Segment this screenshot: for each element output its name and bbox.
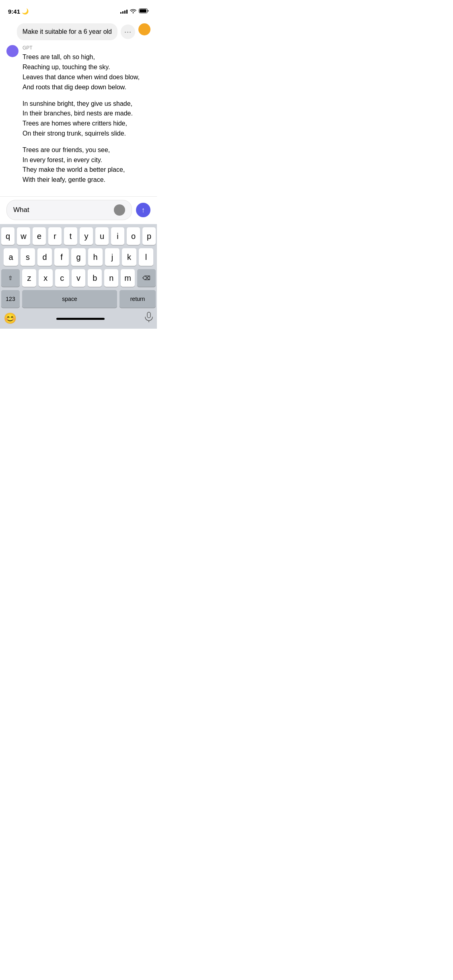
battery-icon xyxy=(139,8,149,14)
poem-line: In sunshine bright, they give us shade, xyxy=(23,99,150,109)
key-f[interactable]: f xyxy=(54,248,69,266)
poem-stanza-3: Trees are our friends, you see, In every… xyxy=(23,145,150,185)
key-v[interactable]: v xyxy=(72,269,86,287)
key-k[interactable]: k xyxy=(122,248,136,266)
gpt-label: GPT xyxy=(23,45,150,51)
key-u[interactable]: u xyxy=(95,227,109,245)
status-icons xyxy=(120,8,149,14)
shift-icon: ⇧ xyxy=(8,275,13,281)
signal-icon xyxy=(120,9,128,14)
key-m[interactable]: m xyxy=(121,269,135,287)
send-button[interactable]: ↑ xyxy=(136,203,150,217)
input-area: ↑ xyxy=(0,196,157,224)
moon-icon: 🌙 xyxy=(22,8,29,14)
user-bubble: Make it suitable for a 6 year old xyxy=(17,23,117,40)
gpt-content: GPT Trees are tall, oh so high, Reaching… xyxy=(23,45,150,185)
shift-key[interactable]: ⇧ xyxy=(1,269,20,287)
key-n[interactable]: n xyxy=(104,269,118,287)
user-message-row: Make it suitable for a 6 year old ··· xyxy=(6,23,150,40)
time-display: 9:41 xyxy=(8,8,20,15)
return-label: return xyxy=(130,296,145,302)
key-d[interactable]: d xyxy=(37,248,52,266)
svg-rect-2 xyxy=(147,312,150,318)
space-key[interactable]: space xyxy=(22,290,117,308)
key-y[interactable]: y xyxy=(80,227,93,245)
keyboard: q w e r t y u i o p a s d f g h j k l ⇧ … xyxy=(0,224,157,329)
poem-line: They make the world a better place, xyxy=(23,165,150,175)
poem-line: In every forest, in every city. xyxy=(23,155,150,165)
key-j[interactable]: j xyxy=(105,248,119,266)
text-input-container[interactable] xyxy=(6,200,132,220)
poem-line: In their branches, bird nests are made. xyxy=(23,109,150,119)
input-row: ↑ xyxy=(6,200,150,220)
delete-key[interactable]: ⌫ xyxy=(137,269,156,287)
key-x[interactable]: x xyxy=(39,269,53,287)
key-g[interactable]: g xyxy=(71,248,86,266)
key-r[interactable]: r xyxy=(48,227,62,245)
user-message-text: Make it suitable for a 6 year old xyxy=(23,28,112,35)
gpt-message-row: GPT Trees are tall, oh so high, Reaching… xyxy=(6,45,150,185)
send-arrow-icon: ↑ xyxy=(142,206,145,214)
key-i[interactable]: i xyxy=(111,227,124,245)
key-t[interactable]: t xyxy=(64,227,77,245)
key-a[interactable]: a xyxy=(4,248,18,266)
home-bar xyxy=(56,318,105,320)
keyboard-row-2: a s d f g h j k l xyxy=(1,248,156,266)
chat-area: Make it suitable for a 6 year old ··· GP… xyxy=(0,19,157,196)
home-indicator xyxy=(56,316,105,321)
gpt-poem: Trees are tall, oh so high, Reaching up,… xyxy=(23,52,150,185)
key-z[interactable]: z xyxy=(22,269,36,287)
key-s[interactable]: s xyxy=(21,248,35,266)
key-c[interactable]: c xyxy=(55,269,69,287)
keyboard-row-4: 123 space return xyxy=(1,290,156,308)
key-h[interactable]: h xyxy=(88,248,103,266)
poem-line: And roots that dig deep down below. xyxy=(23,82,150,93)
poem-line: Trees are homes where critters hide, xyxy=(23,119,150,129)
svg-rect-1 xyxy=(140,9,146,12)
poem-stanza-2: In sunshine bright, they give us shade, … xyxy=(23,99,150,139)
key-w[interactable]: w xyxy=(17,227,30,245)
keyboard-row-1: q w e r t y u i o p xyxy=(1,227,156,245)
wifi-icon xyxy=(130,8,136,14)
chat-input[interactable] xyxy=(13,206,111,214)
poem-line: Leaves that dance when wind does blow, xyxy=(23,72,150,82)
key-e[interactable]: e xyxy=(33,227,46,245)
status-bar: 9:41 🌙 xyxy=(0,0,157,19)
keyboard-bottom-row: 😊 xyxy=(1,311,156,327)
keyboard-row-3: ⇧ z x c v b n m ⌫ xyxy=(1,269,156,287)
poem-line: Trees are tall, oh so high, xyxy=(23,52,150,62)
num-key[interactable]: 123 xyxy=(1,290,20,308)
space-label: space xyxy=(62,296,77,302)
more-icon: ··· xyxy=(124,28,132,36)
poem-line: On their strong trunk, squirrels slide. xyxy=(23,129,150,139)
poem-line: With their leafy, gentle grace. xyxy=(23,175,150,185)
key-o[interactable]: o xyxy=(127,227,140,245)
voice-blob xyxy=(114,204,125,216)
key-p[interactable]: p xyxy=(142,227,156,245)
more-button[interactable]: ··· xyxy=(121,25,135,39)
poem-stanza-1: Trees are tall, oh so high, Reaching up,… xyxy=(23,52,150,92)
poem-line: Reaching up, touching the sky. xyxy=(23,62,150,72)
return-key[interactable]: return xyxy=(119,290,156,308)
user-avatar xyxy=(138,23,150,35)
status-time: 9:41 🌙 xyxy=(8,8,29,15)
key-b[interactable]: b xyxy=(88,269,102,287)
key-q[interactable]: q xyxy=(1,227,14,245)
gpt-avatar xyxy=(6,45,19,57)
key-l[interactable]: l xyxy=(139,248,153,266)
num-label: 123 xyxy=(6,296,15,302)
poem-line: Trees are our friends, you see, xyxy=(23,145,150,155)
emoji-button[interactable]: 😊 xyxy=(4,312,16,325)
microphone-button[interactable] xyxy=(144,312,153,325)
delete-icon: ⌫ xyxy=(142,275,150,281)
